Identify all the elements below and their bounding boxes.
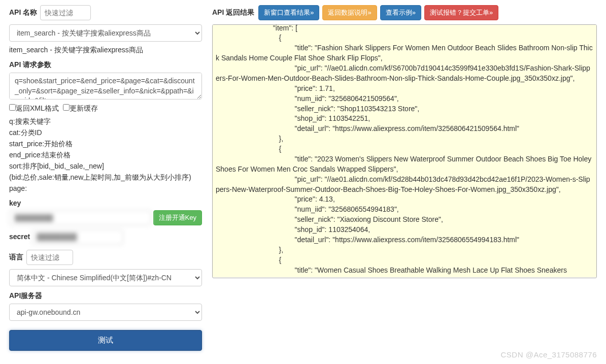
param-help: q:搜索关键字 cat:分类ID start_price:开始价格 end_pr… [9,116,202,194]
register-key-button[interactable]: 注册开通Key [153,210,202,225]
cache-checkbox-label: 更新缓存 [70,104,98,112]
secret-input[interactable] [32,229,123,245]
result-label: API 返回结果 [212,8,254,17]
lang-filter-input[interactable] [26,250,73,265]
key-input[interactable] [9,210,151,225]
new-window-button[interactable]: 新窗口查看结果» [258,5,319,20]
lang-select[interactable]: 简体中文 - Chinese Simplified(中文[简体])#zh-CN [9,269,202,286]
key-label: key [9,199,21,207]
api-name-select[interactable]: item_search - 按关键字搜索aliexpress商品 [9,24,202,42]
api-name-label: API 名称 [9,8,37,17]
right-panel: API 返回结果 新窗口查看结果» 返回数据说明» 查看示例» 测试报错？提交工… [212,5,597,356]
data-desc-button[interactable]: 返回数据说明» [322,5,377,20]
api-name-help: item_search - 按关键字搜索aliexpress商品 [9,45,202,55]
request-params-textarea[interactable] [9,73,202,100]
api-name-filter-input[interactable] [40,5,91,20]
result-output[interactable]: "item": [ { "title": "Fashion Shark Slip… [212,24,597,278]
lang-label: 语言 [9,253,23,262]
report-button[interactable]: 测试报错？提交工单» [424,5,498,20]
example-button[interactable]: 查看示例» [380,5,421,20]
xml-checkbox[interactable] [9,104,16,111]
left-panel: API 名称 item_search - 按关键字搜索aliexpress商品 … [9,5,202,356]
test-button[interactable]: 测试 [9,330,202,351]
cache-checkbox[interactable] [63,104,70,111]
request-params-label: API 请求参数 [9,60,51,70]
xml-checkbox-label: 返回XML格式 [16,104,59,112]
server-select[interactable]: api-gw.onebound.cn [9,304,202,321]
secret-label: secret [9,233,30,241]
server-label: API服务器 [9,291,42,301]
